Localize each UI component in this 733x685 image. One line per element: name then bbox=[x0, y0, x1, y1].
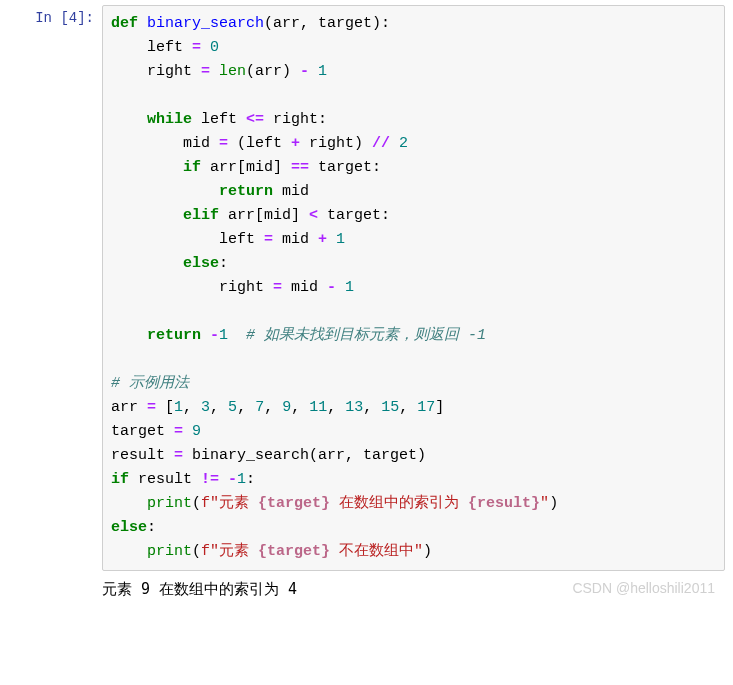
output-row: 元素 9 在数组中的索引为 4 CSDN @helloshili2011 bbox=[0, 576, 733, 603]
output-prompt-spacer bbox=[0, 576, 94, 603]
code-cell: In [4]: def binary_search(arr, target): … bbox=[0, 0, 733, 576]
code-source[interactable]: def binary_search(arr, target): left = 0… bbox=[111, 12, 716, 564]
watermark-text: CSDN @helloshili2011 bbox=[572, 580, 715, 596]
code-input-area[interactable]: def binary_search(arr, target): left = 0… bbox=[102, 5, 725, 571]
input-prompt: In [4]: bbox=[0, 5, 102, 571]
